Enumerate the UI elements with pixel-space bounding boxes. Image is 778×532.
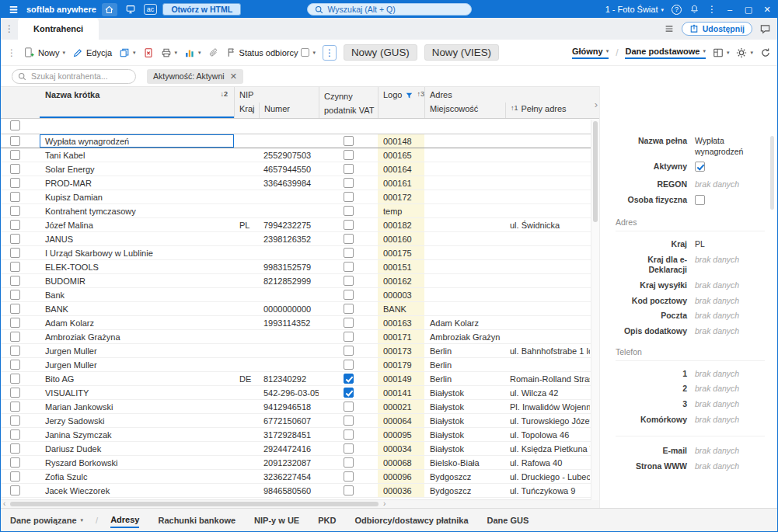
vertical-scroll-thumb[interactable]: [593, 121, 598, 222]
vat-checkbox[interactable]: [344, 416, 354, 426]
cell-nazwa-krotka[interactable]: Bank: [40, 288, 234, 301]
cell-numer[interactable]: 542-296-03-05: [258, 386, 319, 399]
new-gus-button[interactable]: Nowy (GUS): [344, 44, 417, 61]
cell-pelny-adres[interactable]: [504, 162, 590, 176]
row-checkbox[interactable]: [10, 136, 20, 146]
row-checkbox[interactable]: [10, 178, 20, 188]
cell-pelny-adres[interactable]: [504, 148, 590, 162]
vat-checkbox[interactable]: [344, 178, 354, 188]
cell-kraj[interactable]: PL: [234, 218, 258, 231]
cell-kraj[interactable]: [234, 274, 258, 287]
cell-numer[interactable]: 3236227454: [258, 470, 319, 483]
cell-numer[interactable]: 2924472416: [258, 442, 319, 455]
cell-miejscowosc[interactable]: Bydgoszcz: [424, 470, 504, 483]
table-row[interactable]: Marian Jankowski 9412946518 000021 Biały…: [1, 400, 599, 414]
tab-kontrahenci[interactable]: Kontrahenci: [18, 18, 99, 40]
vat-checkbox[interactable]: [344, 206, 354, 216]
table-row[interactable]: Jacek Wieczorek 9846580560 000036 Bydgos…: [1, 484, 599, 498]
vat-checkbox[interactable]: [344, 485, 354, 495]
row-checkbox[interactable]: [10, 164, 20, 174]
settings-button[interactable]: ▾: [736, 47, 753, 58]
detail-value[interactable]: Wypłata wynagrodzeń: [695, 136, 765, 157]
cell-nazwa-krotka[interactable]: BANK: [40, 302, 234, 315]
cell-pelny-adres[interactable]: [504, 246, 590, 259]
cell-kraj[interactable]: [234, 386, 258, 399]
vat-checkbox[interactable]: [344, 457, 354, 468]
row-checkbox[interactable]: [10, 262, 20, 272]
cell-miejscowosc[interactable]: Białystok: [424, 442, 504, 455]
cell-numer[interactable]: 6772150607: [258, 414, 319, 427]
vat-checkbox[interactable]: [344, 374, 354, 384]
table-row[interactable]: Zofia Szulc 3236227454 000096 Bydgoszcz …: [1, 470, 599, 484]
refresh-button[interactable]: [760, 47, 771, 58]
row-checkbox[interactable]: [10, 206, 20, 216]
cell-nazwa-krotka[interactable]: Jerzy Sadowski: [40, 414, 234, 427]
layout-button[interactable]: ▾: [713, 47, 730, 58]
cell-nazwa-krotka[interactable]: Wypłata wynagrodzeń: [40, 134, 234, 148]
detail-value[interactable]: brak danych: [695, 446, 739, 457]
cell-nazwa-krotka[interactable]: Jurgen Muller: [40, 358, 234, 371]
home-icon[interactable]: [102, 3, 117, 16]
cell-numer[interactable]: 4657944550: [258, 162, 319, 176]
cell-numer[interactable]: 3172928451: [258, 428, 319, 441]
app-launcher-icon[interactable]: [5, 3, 21, 16]
cell-kraj[interactable]: [234, 246, 258, 259]
detail-value[interactable]: brak danych: [695, 179, 739, 190]
company-selector[interactable]: 1 - Foto Świat ▾: [605, 5, 664, 14]
row-checkbox[interactable]: [10, 192, 20, 202]
cell-pelny-adres[interactable]: [504, 204, 590, 217]
vat-checkbox[interactable]: [344, 220, 354, 230]
table-row[interactable]: BUDOMIR 8212852999 000162: [1, 274, 599, 288]
edit-button[interactable]: Edycja: [72, 47, 112, 58]
cell-kraj[interactable]: [234, 190, 258, 203]
cell-nazwa-krotka[interactable]: Jacek Wieczorek: [40, 484, 234, 497]
cell-kraj[interactable]: [234, 162, 258, 176]
view-main-selector[interactable]: Główny ▾: [572, 47, 609, 59]
vat-checkbox[interactable]: [344, 318, 354, 328]
cell-logo[interactable]: 000160: [378, 232, 424, 245]
view-list-icon[interactable]: [664, 23, 675, 34]
cell-logo[interactable]: 000141: [378, 386, 424, 399]
cell-logo[interactable]: BANK: [378, 302, 424, 315]
close-button[interactable]: ✕: [762, 5, 773, 15]
cell-pelny-adres[interactable]: [504, 302, 590, 315]
vat-checkbox[interactable]: [344, 276, 354, 286]
cell-numer[interactable]: [258, 134, 319, 148]
cell-kraj[interactable]: [234, 470, 258, 483]
cell-miejscowosc[interactable]: Berlin: [424, 344, 504, 357]
contractor-search-input[interactable]: [12, 69, 136, 84]
print-button[interactable]: ▾: [161, 47, 178, 58]
row-checkbox[interactable]: [10, 360, 20, 370]
header-vat[interactable]: Czynny podatnik VAT: [319, 87, 378, 118]
row-checkbox[interactable]: [10, 388, 20, 398]
cell-pelny-adres[interactable]: ul. Bahnhofstrabe 1 lok: [504, 344, 590, 357]
vat-checkbox[interactable]: [344, 471, 354, 482]
header-pelny-adres[interactable]: ↑1 Pełny adres: [505, 103, 590, 118]
cell-nazwa-krotka[interactable]: Ambroziak Grażyna: [40, 330, 234, 343]
cell-numer[interactable]: 2091232087: [258, 456, 319, 469]
cell-nazwa-krotka[interactable]: JANUS: [40, 232, 234, 245]
cell-numer[interactable]: 1993114352: [258, 316, 319, 329]
row-checkbox[interactable]: [10, 374, 20, 384]
monitor-icon[interactable]: [123, 3, 138, 16]
vat-checkbox[interactable]: [344, 150, 354, 160]
cell-miejscowosc[interactable]: [424, 204, 504, 217]
cell-nazwa-krotka[interactable]: Kupisz Damian: [40, 190, 234, 203]
filter-chip-aktywnosc[interactable]: Aktywność: Aktywni ✕: [147, 69, 243, 84]
global-search-input[interactable]: Wyszukaj (Alt + Q): [307, 3, 472, 16]
table-row[interactable]: Solar Energy 4657944550 000164: [1, 162, 599, 176]
row-checkbox[interactable]: [10, 346, 20, 356]
cell-numer[interactable]: 8212852999: [258, 274, 319, 287]
horizontal-scroll-thumb[interactable]: [10, 502, 379, 506]
detail-value[interactable]: brak danych: [695, 369, 739, 380]
detail-value[interactable]: brak danych: [695, 399, 739, 410]
close-icon[interactable]: ✕: [230, 71, 237, 82]
bottom-tab-adresy[interactable]: Adresy: [110, 512, 139, 528]
row-checkbox[interactable]: [10, 318, 20, 328]
row-checkbox[interactable]: [10, 304, 20, 314]
cell-kraj[interactable]: [234, 316, 258, 329]
vertical-scrollbar[interactable]: [591, 120, 599, 500]
cell-logo[interactable]: 000163: [378, 316, 424, 329]
related-data-selector[interactable]: Dane powiązane ▾: [10, 516, 83, 525]
cell-nazwa-krotka[interactable]: ELEK-TOOLS: [40, 260, 234, 273]
